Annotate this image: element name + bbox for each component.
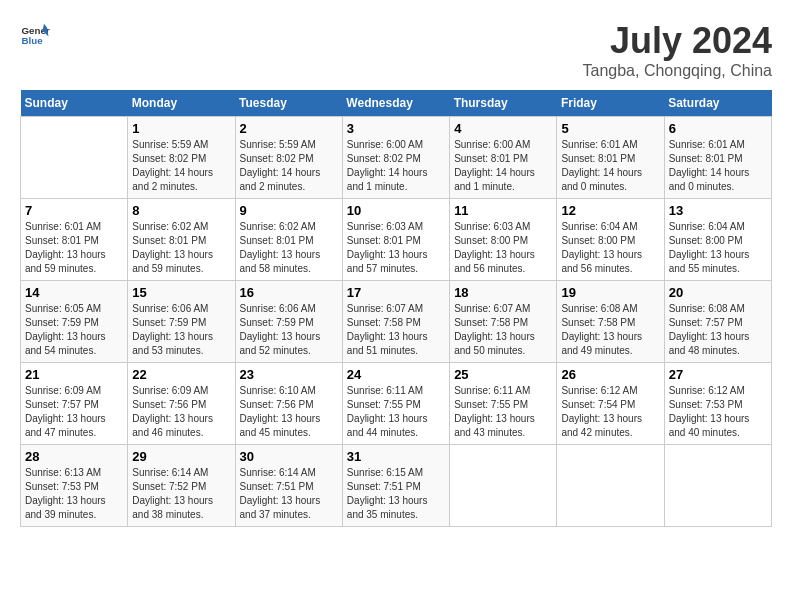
- day-cell: 15Sunrise: 6:06 AMSunset: 7:59 PMDayligh…: [128, 281, 235, 363]
- day-cell: 1Sunrise: 5:59 AMSunset: 8:02 PMDaylight…: [128, 117, 235, 199]
- day-cell: 7Sunrise: 6:01 AMSunset: 8:01 PMDaylight…: [21, 199, 128, 281]
- calendar-table: Sunday Monday Tuesday Wednesday Thursday…: [20, 90, 772, 527]
- day-number: 1: [132, 121, 230, 136]
- day-cell: 5Sunrise: 6:01 AMSunset: 8:01 PMDaylight…: [557, 117, 664, 199]
- day-cell: 18Sunrise: 6:07 AMSunset: 7:58 PMDayligh…: [450, 281, 557, 363]
- day-info: Sunrise: 6:14 AMSunset: 7:51 PMDaylight:…: [240, 466, 338, 522]
- day-cell: [664, 445, 771, 527]
- day-info: Sunrise: 6:07 AMSunset: 7:58 PMDaylight:…: [347, 302, 445, 358]
- day-number: 19: [561, 285, 659, 300]
- day-number: 5: [561, 121, 659, 136]
- col-thursday: Thursday: [450, 90, 557, 117]
- day-cell: 19Sunrise: 6:08 AMSunset: 7:58 PMDayligh…: [557, 281, 664, 363]
- day-number: 28: [25, 449, 123, 464]
- week-row-2: 7Sunrise: 6:01 AMSunset: 8:01 PMDaylight…: [21, 199, 772, 281]
- day-info: Sunrise: 6:00 AMSunset: 8:01 PMDaylight:…: [454, 138, 552, 194]
- col-tuesday: Tuesday: [235, 90, 342, 117]
- day-info: Sunrise: 5:59 AMSunset: 8:02 PMDaylight:…: [132, 138, 230, 194]
- day-info: Sunrise: 6:08 AMSunset: 7:57 PMDaylight:…: [669, 302, 767, 358]
- day-info: Sunrise: 6:06 AMSunset: 7:59 PMDaylight:…: [132, 302, 230, 358]
- day-info: Sunrise: 6:09 AMSunset: 7:56 PMDaylight:…: [132, 384, 230, 440]
- week-row-1: 1Sunrise: 5:59 AMSunset: 8:02 PMDaylight…: [21, 117, 772, 199]
- day-info: Sunrise: 6:06 AMSunset: 7:59 PMDaylight:…: [240, 302, 338, 358]
- day-cell: 14Sunrise: 6:05 AMSunset: 7:59 PMDayligh…: [21, 281, 128, 363]
- col-monday: Monday: [128, 90, 235, 117]
- day-cell: 31Sunrise: 6:15 AMSunset: 7:51 PMDayligh…: [342, 445, 449, 527]
- day-cell: 22Sunrise: 6:09 AMSunset: 7:56 PMDayligh…: [128, 363, 235, 445]
- day-info: Sunrise: 6:12 AMSunset: 7:54 PMDaylight:…: [561, 384, 659, 440]
- sub-title: Tangba, Chongqing, China: [583, 62, 772, 80]
- day-cell: 4Sunrise: 6:00 AMSunset: 8:01 PMDaylight…: [450, 117, 557, 199]
- day-info: Sunrise: 6:02 AMSunset: 8:01 PMDaylight:…: [240, 220, 338, 276]
- day-number: 16: [240, 285, 338, 300]
- title-area: July 2024 Tangba, Chongqing, China: [583, 20, 772, 80]
- day-cell: 2Sunrise: 5:59 AMSunset: 8:02 PMDaylight…: [235, 117, 342, 199]
- day-number: 12: [561, 203, 659, 218]
- day-cell: 24Sunrise: 6:11 AMSunset: 7:55 PMDayligh…: [342, 363, 449, 445]
- main-title: July 2024: [583, 20, 772, 62]
- day-info: Sunrise: 6:09 AMSunset: 7:57 PMDaylight:…: [25, 384, 123, 440]
- day-number: 10: [347, 203, 445, 218]
- day-cell: 25Sunrise: 6:11 AMSunset: 7:55 PMDayligh…: [450, 363, 557, 445]
- day-info: Sunrise: 6:10 AMSunset: 7:56 PMDaylight:…: [240, 384, 338, 440]
- day-info: Sunrise: 6:11 AMSunset: 7:55 PMDaylight:…: [454, 384, 552, 440]
- day-info: Sunrise: 6:15 AMSunset: 7:51 PMDaylight:…: [347, 466, 445, 522]
- header: General Blue July 2024 Tangba, Chongqing…: [20, 20, 772, 80]
- col-saturday: Saturday: [664, 90, 771, 117]
- day-cell: 21Sunrise: 6:09 AMSunset: 7:57 PMDayligh…: [21, 363, 128, 445]
- day-cell: 26Sunrise: 6:12 AMSunset: 7:54 PMDayligh…: [557, 363, 664, 445]
- day-cell: 9Sunrise: 6:02 AMSunset: 8:01 PMDaylight…: [235, 199, 342, 281]
- day-number: 26: [561, 367, 659, 382]
- day-number: 6: [669, 121, 767, 136]
- day-number: 9: [240, 203, 338, 218]
- day-info: Sunrise: 6:14 AMSunset: 7:52 PMDaylight:…: [132, 466, 230, 522]
- logo: General Blue: [20, 20, 50, 50]
- day-cell: 10Sunrise: 6:03 AMSunset: 8:01 PMDayligh…: [342, 199, 449, 281]
- day-info: Sunrise: 6:13 AMSunset: 7:53 PMDaylight:…: [25, 466, 123, 522]
- day-info: Sunrise: 6:00 AMSunset: 8:02 PMDaylight:…: [347, 138, 445, 194]
- col-friday: Friday: [557, 90, 664, 117]
- day-info: Sunrise: 6:04 AMSunset: 8:00 PMDaylight:…: [669, 220, 767, 276]
- day-number: 3: [347, 121, 445, 136]
- day-info: Sunrise: 6:08 AMSunset: 7:58 PMDaylight:…: [561, 302, 659, 358]
- day-info: Sunrise: 6:04 AMSunset: 8:00 PMDaylight:…: [561, 220, 659, 276]
- logo-icon: General Blue: [20, 20, 50, 50]
- calendar-body: 1Sunrise: 5:59 AMSunset: 8:02 PMDaylight…: [21, 117, 772, 527]
- day-info: Sunrise: 6:11 AMSunset: 7:55 PMDaylight:…: [347, 384, 445, 440]
- day-cell: 17Sunrise: 6:07 AMSunset: 7:58 PMDayligh…: [342, 281, 449, 363]
- day-cell: 16Sunrise: 6:06 AMSunset: 7:59 PMDayligh…: [235, 281, 342, 363]
- day-info: Sunrise: 6:01 AMSunset: 8:01 PMDaylight:…: [561, 138, 659, 194]
- day-number: 22: [132, 367, 230, 382]
- day-number: 18: [454, 285, 552, 300]
- day-cell: 8Sunrise: 6:02 AMSunset: 8:01 PMDaylight…: [128, 199, 235, 281]
- day-cell: 11Sunrise: 6:03 AMSunset: 8:00 PMDayligh…: [450, 199, 557, 281]
- day-info: Sunrise: 6:12 AMSunset: 7:53 PMDaylight:…: [669, 384, 767, 440]
- day-cell: 23Sunrise: 6:10 AMSunset: 7:56 PMDayligh…: [235, 363, 342, 445]
- day-info: Sunrise: 6:01 AMSunset: 8:01 PMDaylight:…: [25, 220, 123, 276]
- day-cell: 12Sunrise: 6:04 AMSunset: 8:00 PMDayligh…: [557, 199, 664, 281]
- day-number: 24: [347, 367, 445, 382]
- day-number: 2: [240, 121, 338, 136]
- week-row-5: 28Sunrise: 6:13 AMSunset: 7:53 PMDayligh…: [21, 445, 772, 527]
- day-cell: [21, 117, 128, 199]
- week-row-4: 21Sunrise: 6:09 AMSunset: 7:57 PMDayligh…: [21, 363, 772, 445]
- day-cell: 30Sunrise: 6:14 AMSunset: 7:51 PMDayligh…: [235, 445, 342, 527]
- day-number: 20: [669, 285, 767, 300]
- day-number: 23: [240, 367, 338, 382]
- col-sunday: Sunday: [21, 90, 128, 117]
- day-number: 4: [454, 121, 552, 136]
- day-number: 21: [25, 367, 123, 382]
- day-cell: 3Sunrise: 6:00 AMSunset: 8:02 PMDaylight…: [342, 117, 449, 199]
- day-number: 31: [347, 449, 445, 464]
- day-info: Sunrise: 6:07 AMSunset: 7:58 PMDaylight:…: [454, 302, 552, 358]
- day-number: 13: [669, 203, 767, 218]
- header-row: Sunday Monday Tuesday Wednesday Thursday…: [21, 90, 772, 117]
- col-wednesday: Wednesday: [342, 90, 449, 117]
- day-number: 29: [132, 449, 230, 464]
- day-number: 30: [240, 449, 338, 464]
- day-number: 25: [454, 367, 552, 382]
- day-number: 7: [25, 203, 123, 218]
- week-row-3: 14Sunrise: 6:05 AMSunset: 7:59 PMDayligh…: [21, 281, 772, 363]
- day-number: 14: [25, 285, 123, 300]
- day-cell: 27Sunrise: 6:12 AMSunset: 7:53 PMDayligh…: [664, 363, 771, 445]
